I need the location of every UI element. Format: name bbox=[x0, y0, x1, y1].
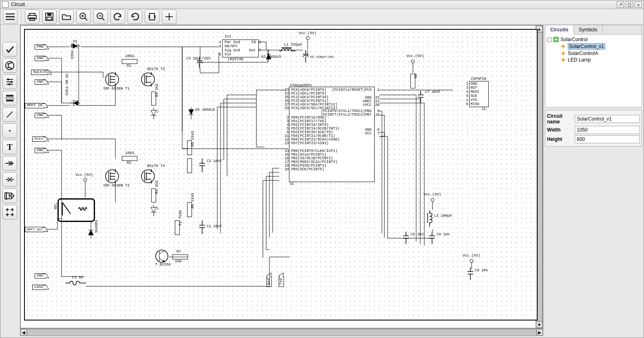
project-tree[interactable]: - SolarControl SolarControl_v1 SolarCont… bbox=[545, 35, 642, 108]
scrollbar-horizontal[interactable]: ◀▶ bbox=[20, 329, 543, 336]
window-title: Circuit bbox=[11, 2, 25, 7]
zoom-in-icon bbox=[79, 12, 88, 21]
schematic[interactable]: PMW GND Switch GND MPPT IN GND Accu GND … bbox=[24, 29, 538, 320]
svg-point-31 bbox=[562, 59, 564, 61]
svg-rect-8 bbox=[150, 13, 154, 20]
canvas[interactable]: ▲▼ PMW GND Switch GND MPPT IN GND Accu G… bbox=[20, 25, 543, 329]
sliders-tool[interactable] bbox=[2, 75, 17, 89]
text-icon: T bbox=[7, 143, 12, 152]
fit-button[interactable] bbox=[145, 9, 159, 24]
arrow-icon bbox=[5, 160, 15, 166]
tree-item[interactable]: SolarControlA bbox=[554, 50, 641, 57]
svg-point-30 bbox=[562, 53, 564, 54]
height-input[interactable] bbox=[575, 135, 640, 143]
circuit-name-input[interactable] bbox=[575, 115, 640, 123]
wire-icon bbox=[5, 110, 14, 119]
svg-point-29 bbox=[562, 46, 564, 47]
snap-icon bbox=[5, 207, 15, 217]
tab-symbols[interactable]: Symbols bbox=[574, 25, 603, 34]
tree-toggle-icon[interactable]: - bbox=[547, 37, 551, 42]
wire-tool[interactable] bbox=[2, 107, 17, 122]
break-tool[interactable] bbox=[2, 172, 17, 187]
transistor-tool[interactable] bbox=[2, 58, 17, 73]
circuit-icon bbox=[560, 57, 566, 63]
right-panel: Circuits Symbols - SolarControl SolarCon… bbox=[545, 25, 642, 336]
print-button[interactable] bbox=[25, 9, 40, 24]
zoom-in-button[interactable] bbox=[76, 9, 91, 24]
transistor-icon bbox=[5, 61, 15, 70]
tabs: Circuits Symbols bbox=[545, 25, 642, 35]
tree-item[interactable]: LED Lamp bbox=[554, 57, 641, 63]
svg-rect-15 bbox=[6, 100, 13, 101]
width-input[interactable] bbox=[575, 126, 640, 134]
left-toolbar: T N bbox=[2, 25, 18, 336]
open-button[interactable] bbox=[59, 9, 74, 24]
point-icon bbox=[5, 126, 14, 135]
titlebar: Circuit ↗ ◻ ⨉ bbox=[0, 0, 644, 9]
layers-icon bbox=[5, 94, 14, 103]
menu-icon bbox=[6, 13, 15, 20]
check-tool[interactable] bbox=[2, 42, 17, 57]
tree-item[interactable]: SolarControl_v1 bbox=[554, 43, 641, 50]
close-button[interactable]: ⨉ bbox=[635, 1, 642, 8]
prop-label-circuit-name: Circuit name bbox=[547, 113, 575, 125]
crosshair-icon bbox=[165, 12, 174, 21]
layers-tool[interactable] bbox=[2, 91, 17, 105]
break-icon bbox=[5, 175, 14, 184]
window: Circuit ↗ ◻ ⨉ T N bbox=[0, 0, 644, 338]
zoom-out-icon bbox=[96, 12, 105, 21]
circuit-icon bbox=[560, 44, 566, 49]
node-tool[interactable]: N bbox=[2, 189, 17, 203]
arrow-tool[interactable] bbox=[2, 156, 17, 171]
save-icon bbox=[45, 13, 53, 21]
redo-button[interactable] bbox=[128, 9, 142, 24]
svg-rect-4 bbox=[47, 13, 51, 16]
undo-button[interactable] bbox=[110, 9, 125, 24]
wiring bbox=[25, 30, 537, 320]
open-icon bbox=[62, 13, 71, 20]
menu-button[interactable] bbox=[3, 9, 18, 24]
svg-point-12 bbox=[9, 83, 11, 86]
svg-rect-13 bbox=[6, 95, 13, 97]
svg-point-11 bbox=[11, 81, 13, 83]
canvas-area: ▲▼ PMW GND Switch GND MPPT IN GND Accu G… bbox=[20, 25, 543, 336]
text-tool[interactable]: T bbox=[2, 140, 17, 154]
zoom-out-button[interactable] bbox=[93, 9, 108, 24]
fit-icon bbox=[148, 12, 157, 21]
app-icon bbox=[2, 1, 9, 8]
svg-rect-5 bbox=[47, 17, 52, 20]
tree-root-label: SolarControl bbox=[560, 37, 588, 42]
tree-root[interactable]: - SolarControl bbox=[546, 36, 641, 43]
tree-item-label: SolarControlA bbox=[568, 50, 598, 56]
tree-item-label: SolarControl_v1 bbox=[568, 43, 605, 50]
save-button[interactable] bbox=[42, 9, 57, 24]
properties-panel: Circuit name Width Height bbox=[545, 110, 642, 147]
project-icon bbox=[553, 37, 559, 42]
circuit-icon bbox=[560, 50, 566, 56]
undo-icon bbox=[113, 12, 122, 21]
node-icon: N bbox=[4, 192, 15, 200]
svg-point-9 bbox=[6, 61, 14, 70]
svg-text:N: N bbox=[9, 193, 12, 199]
body: T N ▲▼ PMW GND Switch GND MPPT IN GND bbox=[2, 25, 642, 336]
maximize-button[interactable]: ◻ bbox=[626, 1, 633, 8]
check-icon bbox=[5, 45, 14, 54]
redo-icon bbox=[130, 12, 139, 21]
crosshair-button[interactable] bbox=[162, 9, 176, 24]
sliders-icon bbox=[5, 77, 14, 86]
print-icon bbox=[28, 13, 37, 21]
point-tool[interactable] bbox=[2, 123, 17, 138]
minimize-button[interactable]: ↗ bbox=[617, 1, 624, 8]
prop-label-height: Height bbox=[547, 136, 575, 142]
snap-tool[interactable] bbox=[2, 205, 17, 219]
prop-label-width: Width bbox=[547, 127, 575, 133]
svg-point-10 bbox=[7, 79, 9, 81]
svg-rect-14 bbox=[6, 97, 13, 99]
tab-circuits[interactable]: Circuits bbox=[545, 25, 574, 35]
tree-item-label: LED Lamp bbox=[568, 57, 591, 63]
top-toolbar bbox=[0, 9, 644, 25]
svg-point-16 bbox=[9, 130, 11, 132]
